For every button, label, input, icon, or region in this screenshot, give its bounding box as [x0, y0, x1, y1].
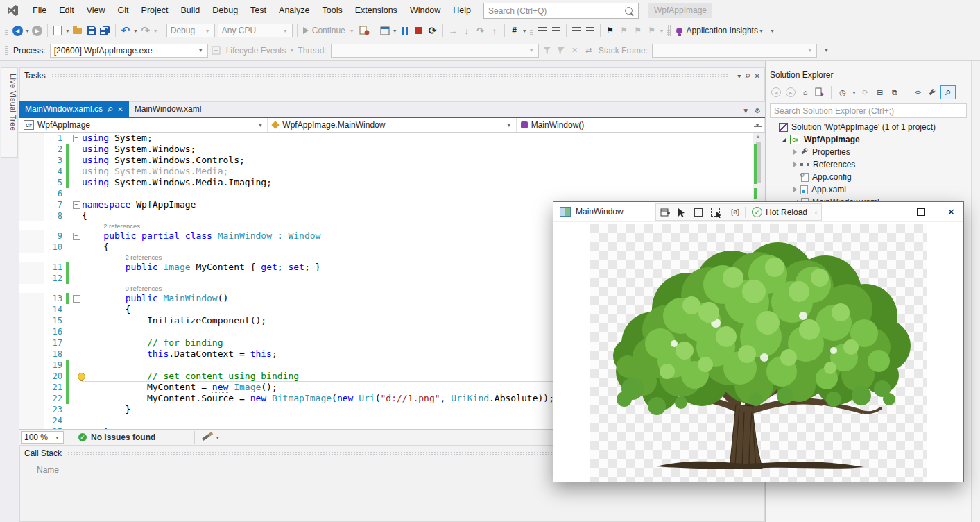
- thread-combo[interactable]: ▼: [331, 44, 539, 58]
- pending-changes-filter-icon[interactable]: ◷: [836, 86, 849, 99]
- live-visual-tree-toolbar-icon[interactable]: [378, 22, 392, 39]
- maximize-button[interactable]: [917, 208, 925, 216]
- preview-selected-items-toggle[interactable]: ⚲: [940, 85, 956, 99]
- indent-button[interactable]: [569, 22, 583, 39]
- menu-item-debug[interactable]: Debug: [206, 0, 244, 21]
- menu-item-view[interactable]: View: [80, 0, 112, 21]
- nav-dropdown-mainwindow[interactable]: MainWindow()▼: [517, 118, 765, 132]
- home-icon[interactable]: ⌂: [799, 86, 811, 99]
- breakpoint-margin[interactable]: [19, 155, 44, 166]
- breakpoint-margin[interactable]: [19, 382, 44, 393]
- close-button[interactable]: ✕: [947, 207, 955, 217]
- menu-item-build[interactable]: Build: [174, 0, 206, 21]
- menu-item-edit[interactable]: Edit: [53, 0, 80, 21]
- next-bookmark-button[interactable]: ⚑: [631, 22, 645, 39]
- breakpoint-margin[interactable]: [19, 415, 44, 426]
- undo-button[interactable]: ↶: [119, 22, 132, 39]
- menu-item-project[interactable]: Project: [135, 0, 175, 21]
- breakpoint-margin[interactable]: [19, 293, 44, 304]
- collapse-all-icon[interactable]: ⊟: [874, 86, 886, 99]
- chevron-down-icon[interactable]: ▼: [759, 28, 764, 33]
- tree-item-solution-wpfappimage-1-of-1-project[interactable]: Solution 'WpfAppImage' (1 of 1 project): [766, 121, 971, 133]
- chevron-down-icon[interactable]: ▼: [65, 28, 70, 33]
- toolbar-overflow-icon[interactable]: ▼: [770, 28, 775, 33]
- window-position-chevron-icon[interactable]: ▾: [737, 72, 741, 80]
- menu-item-extensions[interactable]: Extensions: [349, 0, 404, 21]
- app-title-button[interactable]: WpfAppImage: [648, 3, 712, 18]
- lifecycle-events-button[interactable]: Lifecycle Events: [226, 46, 286, 56]
- tab-mainwindow-xaml-cs[interactable]: MainWindow.xaml.cs⚲✕: [19, 101, 129, 117]
- step-over-button[interactable]: ↷: [474, 22, 488, 39]
- breakpoint-margin[interactable]: [19, 210, 44, 221]
- save-all-button[interactable]: [98, 22, 112, 39]
- tree-item-references[interactable]: References: [766, 158, 971, 171]
- menu-item-window[interactable]: Window: [404, 0, 447, 21]
- toolbar-overflow-icon[interactable]: ▼: [824, 48, 829, 53]
- line-number-toggle-button[interactable]: #: [508, 22, 522, 39]
- scroll-up-arrow-icon[interactable]: ▲: [753, 133, 763, 141]
- breakpoint-margin[interactable]: [19, 360, 44, 371]
- toolbar-grip[interactable]: [5, 45, 8, 56]
- document-options-gear-icon[interactable]: ⚙: [755, 107, 761, 115]
- collapse-region-icon[interactable]: −: [73, 201, 80, 209]
- breakpoint-margin[interactable]: [19, 199, 44, 210]
- breakpoint-margin[interactable]: [19, 315, 44, 326]
- remove-guideline-button[interactable]: [549, 22, 563, 39]
- minimize-button[interactable]: —: [886, 207, 894, 217]
- tree-expander-icon[interactable]: [793, 187, 797, 192]
- breakpoint-margin[interactable]: [19, 262, 44, 273]
- nav-dropdown-wpfappimage-mainwindow[interactable]: WpfAppImage.MainWindow▼: [268, 118, 516, 132]
- redo-button[interactable]: ↷: [139, 22, 153, 39]
- split-view-icon[interactable]: [754, 121, 762, 128]
- menu-item-help[interactable]: Help: [447, 0, 477, 21]
- menu-item-test[interactable]: Test: [244, 0, 273, 21]
- breakpoint-margin[interactable]: [19, 133, 44, 144]
- breakpoint-margin[interactable]: [19, 188, 44, 199]
- right-scroll-strip[interactable]: [971, 61, 980, 522]
- hot-reload-button[interactable]: ✓ Hot Reload: [748, 207, 811, 217]
- restart-button[interactable]: ⟳: [426, 22, 440, 39]
- app-window-titlebar[interactable]: MainWindow {ø} ✓ Hot Reload ‹: [553, 202, 963, 222]
- application-insights-button[interactable]: Application Insights: [687, 26, 758, 35]
- tree-item-properties[interactable]: Properties: [766, 146, 971, 158]
- toggle-bookmark-button[interactable]: ⚑: [603, 22, 617, 39]
- tree-expander-icon[interactable]: [782, 137, 786, 142]
- process-combo[interactable]: [20600] WpfAppImage.exe▼: [50, 44, 208, 58]
- clear-bookmarks-button[interactable]: ⚑: [645, 22, 659, 39]
- show-all-files-icon[interactable]: <>: [911, 86, 924, 99]
- toolbar-grip[interactable]: [667, 25, 671, 36]
- display-layout-adornments-icon[interactable]: [691, 205, 706, 219]
- breakpoint-margin[interactable]: [19, 166, 44, 177]
- solution-explorer-search-input[interactable]: Search Solution Explorer (Ctrl+;): [770, 103, 967, 118]
- step-into-button[interactable]: ↓: [460, 22, 474, 39]
- collapse-toolbar-chevron-icon[interactable]: ‹: [813, 208, 820, 217]
- breakpoint-margin[interactable]: [19, 304, 44, 315]
- chevron-down-icon[interactable]: ▼: [153, 28, 158, 33]
- menu-item-file[interactable]: File: [26, 0, 53, 21]
- breakpoint-margin[interactable]: [19, 230, 44, 242]
- breakpoint-margin[interactable]: [19, 242, 44, 253]
- close-icon[interactable]: ✕: [755, 72, 760, 80]
- tree-expander-icon[interactable]: [793, 149, 797, 155]
- chevron-down-icon[interactable]: ▼: [289, 48, 294, 53]
- chevron-down-icon[interactable]: ▼: [133, 28, 138, 33]
- toggle-flagged-icon[interactable]: ✕: [568, 42, 582, 59]
- quick-actions-lightbulb-icon[interactable]: [78, 373, 85, 380]
- breakpoint-margin[interactable]: [19, 371, 44, 382]
- menu-item-tools[interactable]: Tools: [316, 0, 349, 21]
- breakpoint-margin[interactable]: [19, 326, 44, 337]
- pause-button[interactable]: [398, 22, 412, 39]
- tree-expander-icon[interactable]: [793, 162, 797, 167]
- go-to-live-visual-tree-icon[interactable]: [657, 205, 673, 219]
- chevron-down-icon[interactable]: ▼: [852, 90, 857, 95]
- tree-item-wpfappimage[interactable]: C#WpfAppImage: [766, 133, 971, 146]
- stop-debugging-button[interactable]: [412, 22, 426, 39]
- solution-platforms-combo[interactable]: Any CPU▼: [218, 24, 293, 37]
- binding-failures-badge[interactable]: {ø}: [728, 205, 743, 219]
- new-file-button[interactable]: [51, 22, 65, 39]
- pin-icon[interactable]: ⚲: [743, 71, 752, 81]
- previous-bookmark-button[interactable]: ⚑: [617, 22, 631, 39]
- breakpoint-margin[interactable]: [19, 337, 44, 348]
- breakpoint-margin[interactable]: [19, 273, 44, 284]
- breakpoint-margin[interactable]: [19, 348, 44, 360]
